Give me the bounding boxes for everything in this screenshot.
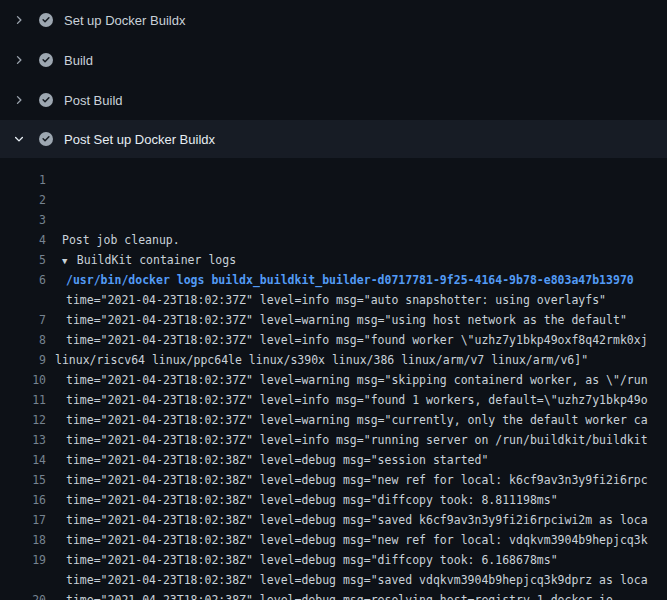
log-line: 14 time="2021-04-23T18:02:38Z" level=deb… [0,450,667,470]
check-circle-icon [39,93,53,107]
log-line-number[interactable]: 14 [0,450,46,470]
log-line: 4 time="2021-04-23T18:02:37Z" level=info… [0,230,667,250]
log-line: 12 time="2021-04-23T18:02:38Z" level=deb… [0,410,667,430]
log-line-number[interactable]: 4 [0,230,46,250]
step-label: Build [64,53,93,68]
log-line: linux/riscv64 linux/ppc64le linux/s390x … [0,290,667,310]
check-circle-icon [39,132,53,146]
log-line-number[interactable]: 17 [0,510,46,530]
step-header-post-set-up-docker-buildx[interactable]: Post Set up Docker Buildx [0,120,667,158]
log-line-number[interactable]: 5 [0,250,46,270]
log-line: 20 time="2021-04-23T18:02:38Z" level=deb… [0,590,667,600]
log-line: 19 time="2021-04-23T18:02:38Z" level=deb… [0,550,667,570]
log-line-number[interactable]: 15 [0,470,46,490]
log-line-number[interactable]: 2 [0,190,46,210]
log-line-number[interactable]: 3 [0,210,46,230]
log-line-number[interactable]: 20 [0,590,46,600]
check-circle-icon [39,13,53,27]
step-label: Set up Docker Buildx [64,13,185,28]
chevron-icon [11,131,27,147]
log-line-number[interactable]: 18 [0,530,46,550]
log-line[interactable]: 2 ▼ BuildKit container logs [0,190,667,210]
log-line: 17 time="2021-04-23T18:02:38Z" level=deb… [0,510,667,530]
log-line-number[interactable]: 19 [0,550,46,570]
step-label: Post Build [64,93,123,108]
check-circle-icon [39,53,53,67]
log-line-number[interactable]: 10 [0,370,46,390]
log-lines: 1 Post job cleanup. 2 ▼ BuildKit contain… [0,158,667,600]
log-line-number[interactable]: 16 [0,490,46,510]
log-line: application/vnd.oci.image.index.v1+json,… [0,570,667,590]
log-line: 10 time="2021-04-23T18:02:37Z" level=inf… [0,370,667,390]
log-line: 3 /usr/bin/docker logs buildx_buildkit_b… [0,210,667,230]
log-line: 16 time="2021-04-23T18:02:38Z" level=deb… [0,490,667,510]
log-line-number[interactable]: 13 [0,430,46,450]
log-line: 9 time="2021-04-23T18:02:37Z" level=warn… [0,350,667,370]
log-line: 1 Post job cleanup. [0,170,667,190]
log-line: 6 time="2021-04-23T18:02:37Z" level=info… [0,270,667,290]
log-line: 5 time="2021-04-23T18:02:37Z" level=warn… [0,250,667,270]
steps-list: Set up Docker Buildx Build P [0,0,667,158]
workflow-log-page: Set up Docker Buildx Build P [0,0,667,600]
log-line: 8 time="2021-04-23T18:02:37Z" level=info… [0,330,667,350]
log-line: 13 time="2021-04-23T18:02:38Z" level=deb… [0,430,667,450]
log-line-number[interactable]: 8 [0,330,46,350]
chevron-icon [11,12,27,28]
log-line: 11 time="2021-04-23T18:02:38Z" level=deb… [0,390,667,410]
log-line-number[interactable]: 9 [0,350,46,370]
step-header-build[interactable]: Build [0,40,667,80]
step-header-set-up-docker-buildx[interactable]: Set up Docker Buildx [0,0,667,40]
chevron-icon [11,92,27,108]
log-line-number[interactable]: 6 [0,270,46,290]
log-line-number[interactable]: 12 [0,410,46,430]
step-label: Post Set up Docker Buildx [64,132,215,147]
log-line-number[interactable]: 11 [0,390,46,410]
log-line-number[interactable]: 7 [0,310,46,330]
chevron-icon [11,52,27,68]
step-header-post-build[interactable]: Post Build [0,80,667,120]
log-line: 15 time="2021-04-23T18:02:38Z" level=deb… [0,470,667,490]
log-line-number[interactable]: 1 [0,170,46,190]
log-line: 18 time="2021-04-23T18:02:38Z" level=deb… [0,530,667,550]
log-line: 7 time="2021-04-23T18:02:37Z" level=warn… [0,310,667,330]
